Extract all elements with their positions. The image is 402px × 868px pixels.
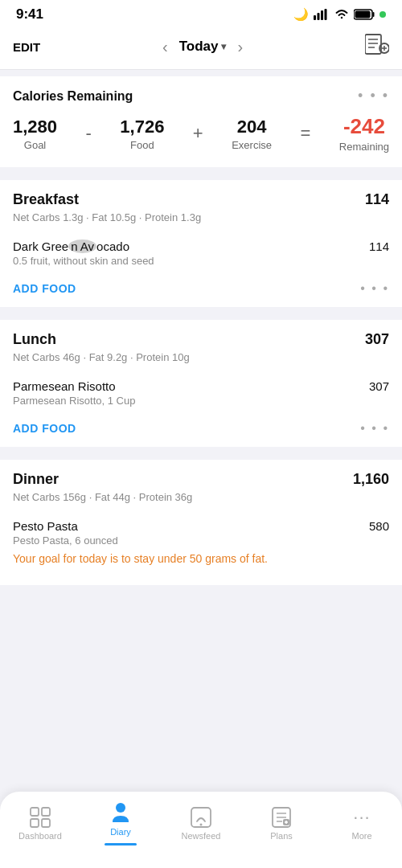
date-nav: ‹ Today ▾ › — [159, 38, 246, 56]
nav-plans-label: Plans — [270, 831, 293, 841]
dinner-warning: Your goal for today is to stay under 50 … — [13, 551, 268, 567]
breakfast-food-serving: 0.5 fruit, without skin and seed — [13, 255, 154, 267]
minus-operator: - — [86, 123, 92, 144]
calories-food-label: Food — [130, 139, 154, 151]
highlight-avocado: n Av — [68, 240, 96, 253]
lunch-section: Lunch 307 Net Carbs 46g · Fat 9.2g · Pro… — [0, 320, 402, 447]
breakfast-food-item: Dark Green Avocado 0.5 fruit, without sk… — [13, 233, 389, 273]
nav-more-label: More — [351, 831, 371, 841]
diary-icon — [109, 801, 132, 824]
svg-rect-6 — [373, 12, 375, 17]
svg-rect-17 — [42, 819, 50, 827]
breakfast-add-food-button[interactable]: ADD FOOD — [13, 282, 76, 295]
calories-exercise-label: Exercise — [232, 139, 272, 151]
status-bar: 9:41 🌙 — [0, 0, 402, 26]
nav-diary-active-bar — [105, 843, 137, 845]
nav-dashboard[interactable]: Dashboard — [16, 807, 64, 841]
bottom-nav-items: Dashboard Diary Newsfeed — [0, 801, 402, 845]
plans-icon — [271, 807, 292, 828]
header: EDIT ‹ Today ▾ › — [0, 26, 402, 70]
main-content: Calories Remaining • • • 1,280 Goal - 1,… — [0, 76, 402, 665]
dinner-section: Dinner 1,160 Net Carbs 156g · Fat 44g · … — [0, 460, 402, 585]
calories-header: Calories Remaining • • • — [13, 88, 389, 104]
next-date-button[interactable]: › — [234, 38, 246, 56]
lunch-macros: Net Carbs 46g · Fat 9.2g · Protein 10g — [13, 351, 389, 363]
calories-food: 1,726 Food — [120, 117, 164, 151]
nav-newsfeed-label: Newsfeed — [182, 831, 221, 841]
moon-icon: 🌙 — [293, 7, 309, 22]
calories-exercise: 204 Exercise — [232, 117, 272, 151]
plus-operator: + — [193, 123, 203, 144]
nav-more[interactable]: ··· More — [338, 807, 386, 841]
status-time: 9:41 — [16, 6, 43, 23]
dinner-name: Dinner — [13, 471, 59, 488]
calories-row: 1,280 Goal - 1,726 Food + 204 Exercise =… — [13, 114, 389, 153]
dashboard-icon — [30, 807, 51, 828]
dropdown-arrow-icon: ▾ — [221, 41, 226, 52]
nav-dashboard-label: Dashboard — [18, 831, 62, 841]
edit-button[interactable]: EDIT — [13, 40, 40, 54]
divider-1 — [0, 167, 402, 174]
svg-rect-5 — [355, 11, 371, 18]
lunch-food-info: Parmesean Risotto Parmesean Risotto, 1 C… — [13, 379, 135, 407]
nav-plans[interactable]: Plans — [257, 807, 306, 841]
calories-goal-label: Goal — [24, 139, 46, 151]
breakfast-menu-icon[interactable]: • • • — [360, 281, 389, 296]
more-icon: ··· — [353, 807, 370, 828]
nav-newsfeed[interactable]: Newsfeed — [177, 807, 225, 841]
breakfast-add-food-row: ADD FOOD • • • — [13, 281, 389, 296]
nav-diary[interactable]: Diary — [96, 801, 145, 845]
signal-icon — [314, 9, 330, 20]
svg-rect-1 — [318, 13, 320, 20]
calories-goal: 1,280 Goal — [13, 117, 57, 151]
nav-diary-label: Diary — [110, 827, 131, 837]
lunch-food-serving: Parmesean Risotto, 1 Cup — [13, 395, 135, 407]
status-icons: 🌙 — [293, 7, 386, 22]
svg-point-18 — [116, 803, 125, 813]
date-title[interactable]: Today ▾ — [179, 39, 227, 55]
calories-food-value: 1,726 — [120, 117, 164, 137]
calories-remaining-value: -242 — [343, 114, 385, 139]
svg-rect-0 — [314, 15, 316, 20]
equals-operator: = — [301, 123, 311, 144]
lunch-add-food-button[interactable]: ADD FOOD — [13, 422, 76, 435]
breakfast-food-calories: 114 — [369, 240, 389, 253]
dinner-food-serving: Pesto Pasta, 6 ounced — [13, 534, 268, 547]
calories-menu-icon[interactable]: • • • — [358, 88, 389, 104]
lunch-food-calories: 307 — [369, 379, 389, 393]
calories-remaining: -242 Remaining — [339, 114, 389, 153]
lunch-header: Lunch 307 — [13, 331, 389, 348]
calories-exercise-value: 204 — [237, 117, 267, 137]
breakfast-name: Breakfast — [13, 191, 79, 208]
breakfast-macros: Net Carbs 1.3g · Fat 10.5g · Protein 1.3… — [13, 211, 389, 223]
calories-title: Calories Remaining — [13, 89, 133, 104]
svg-rect-3 — [325, 9, 327, 20]
lunch-food-item: Parmesean Risotto Parmesean Risotto, 1 C… — [13, 373, 389, 413]
svg-rect-15 — [42, 808, 50, 816]
wifi-icon — [334, 9, 349, 20]
prev-date-button[interactable]: ‹ — [159, 38, 171, 56]
dinner-food-calories: 580 — [369, 519, 389, 533]
svg-point-20 — [200, 823, 203, 825]
calories-section: Calories Remaining • • • 1,280 Goal - 1,… — [0, 76, 402, 167]
breakfast-header: Breakfast 114 — [13, 191, 389, 208]
svg-rect-14 — [31, 808, 39, 816]
breakfast-food-name: Dark Green Avocado — [13, 240, 154, 253]
dinner-calories: 1,160 — [353, 471, 389, 488]
newsfeed-icon — [191, 807, 211, 828]
lunch-calories: 307 — [365, 331, 389, 348]
bottom-nav: Dashboard Diary Newsfeed — [0, 792, 402, 868]
lunch-add-food-row: ADD FOOD • • • — [13, 421, 389, 436]
breakfast-calories: 114 — [365, 191, 389, 208]
dinner-food-name: Pesto Pasta — [13, 519, 268, 533]
divider-2 — [0, 307, 402, 313]
svg-rect-7 — [365, 35, 381, 54]
status-dot — [379, 11, 386, 18]
battery-icon — [354, 9, 375, 20]
divider-3 — [0, 447, 402, 453]
breakfast-food-info: Dark Green Avocado 0.5 fruit, without sk… — [13, 240, 154, 267]
lunch-menu-icon[interactable]: • • • — [360, 421, 389, 436]
calories-remaining-label: Remaining — [339, 141, 389, 153]
diary-settings-icon[interactable] — [365, 34, 389, 59]
dinner-header: Dinner 1,160 — [13, 471, 389, 488]
